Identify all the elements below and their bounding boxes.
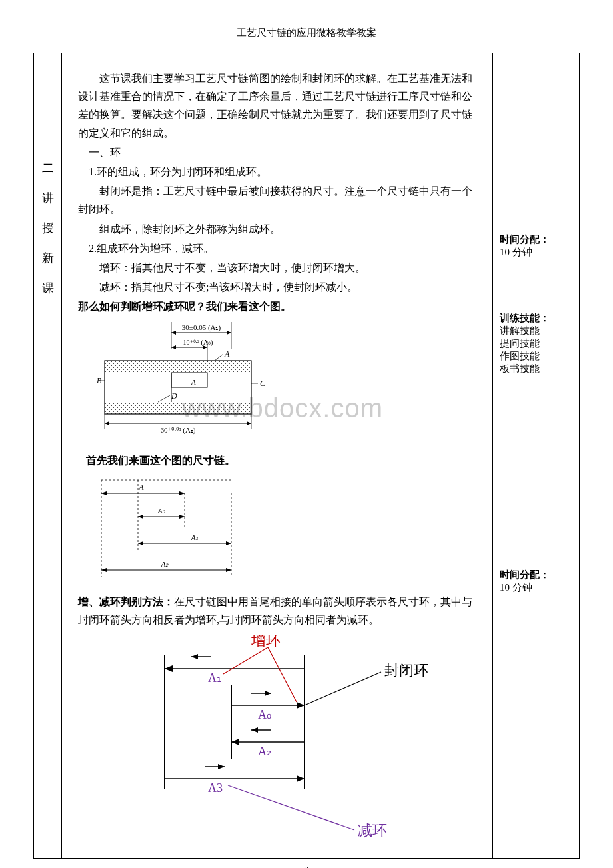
svg-marker-52 — [231, 739, 239, 745]
dim-label: 10⁺⁰·² (A₀) — [183, 339, 213, 347]
svg-marker-1 — [171, 331, 176, 335]
arrow-label-A3: A3 — [208, 781, 223, 795]
content-column: www.bdocx.com 这节课我们主要学习工艺尺寸链简图的绘制和封闭环的求解… — [62, 53, 492, 858]
time-label: 时间分配： — [500, 233, 572, 246]
method-label: 增、减环判别方法： — [78, 596, 174, 607]
arrow-label-A0: A₀ — [258, 708, 271, 721]
svg-rect-12 — [171, 373, 207, 387]
item-1-2a: 增环：指其他尺寸不变，当该环增大时，使封闭环增大。 — [78, 259, 480, 277]
dim-label: 30±0.05 (A₁) — [182, 323, 221, 332]
svg-line-60 — [268, 647, 297, 702]
time-block-1: 时间分配： 10 分钟 — [500, 233, 572, 259]
svg-rect-10 — [105, 361, 251, 373]
time-value: 10 分钟 — [500, 246, 572, 259]
svg-line-62 — [228, 785, 354, 830]
section-char: 讲 — [34, 183, 61, 213]
section-label-column: 二 讲 授 新 课 — [34, 53, 62, 858]
svg-line-59 — [223, 647, 268, 674]
document-title: 工艺尺寸链的应用微格教学教案 — [33, 27, 580, 39]
svg-marker-29 — [101, 491, 107, 495]
svg-marker-6 — [171, 345, 176, 349]
time-block-2: 时间分配： 10 分钟 — [500, 569, 572, 594]
skill-item: 作图技能 — [500, 350, 572, 363]
svg-line-17 — [158, 395, 170, 402]
page-number: 2 — [33, 865, 580, 868]
svg-marker-56 — [297, 775, 305, 782]
main-table: 二 讲 授 新 课 www.bdocx.com 这节课我们主要学习工艺尺寸链简图… — [33, 53, 580, 859]
chain-label: A₁ — [191, 533, 199, 541]
method-paragraph: 增、减环判别方法：在尺寸链图中用首尾相接的单向箭头顺序表示各尺寸环，其中与封闭环… — [78, 593, 480, 629]
svg-marker-19 — [105, 421, 109, 425]
figure-1-mechanical-drawing: 30±0.05 (A₁) 10⁺⁰·² (A₀) — [91, 322, 480, 445]
caption-1: 首先我们来画这个图的尺寸链。 — [86, 451, 480, 469]
arrow-label-A2: A₂ — [258, 745, 271, 758]
skill-item: 提问技能 — [500, 337, 572, 350]
skill-item: 板书技能 — [500, 363, 572, 375]
fig-label-Asub: A — [191, 378, 196, 386]
svg-marker-44 — [165, 665, 173, 672]
dim-label: 60⁺⁰·⁰³ (A₂) — [160, 426, 195, 435]
item-1-2: 2.组成环分为增环，减环。 — [78, 239, 480, 257]
time-value: 10 分钟 — [500, 581, 572, 594]
fengbihuan-label: 封闭环 — [384, 662, 428, 679]
svg-marker-58 — [218, 764, 225, 769]
item-1-1b: 组成环，除封闭环之外都称为组成环。 — [78, 220, 480, 238]
svg-marker-30 — [179, 491, 185, 495]
svg-marker-33 — [179, 515, 185, 519]
svg-line-14 — [215, 354, 223, 361]
section-char: 授 — [34, 213, 61, 243]
svg-marker-38 — [101, 568, 107, 572]
skill-label: 训练技能： — [500, 312, 572, 325]
svg-marker-20 — [247, 421, 251, 425]
svg-marker-35 — [138, 541, 143, 545]
item-1-1: 1.环的组成，环分为封闭环和组成环。 — [78, 163, 480, 181]
fig-label-D: D — [171, 391, 177, 401]
svg-marker-48 — [297, 702, 305, 709]
figure-3-arrow-diagram: A₁ A₀ A₂ A3 增环 — [78, 635, 480, 845]
section-char: 新 — [34, 243, 61, 273]
section-1-title: 一、环 — [78, 143, 480, 161]
svg-marker-50 — [265, 691, 271, 696]
svg-marker-36 — [226, 541, 231, 545]
section-char: 二 — [34, 153, 61, 183]
chain-label: A₂ — [161, 560, 169, 568]
notes-column: 时间分配： 10 分钟 训练技能： 讲解技能 提问技能 作图技能 板书技能 时间… — [492, 53, 579, 858]
chain-label: A — [138, 483, 144, 492]
chain-label: A₀ — [157, 507, 166, 515]
svg-line-61 — [305, 672, 381, 705]
question-text: 那么如何判断增环减环呢？我们来看这个图。 — [78, 297, 480, 315]
arrow-label-A1: A₁ — [208, 671, 221, 685]
svg-marker-46 — [191, 654, 198, 659]
jianhuan-label: 减环 — [358, 822, 387, 839]
intro-paragraph: 这节课我们主要学习工艺尺寸链简图的绘制和封闭环的求解。在工艺基准无法和设计基准重… — [78, 69, 480, 142]
svg-marker-2 — [227, 331, 231, 335]
svg-rect-11 — [105, 402, 251, 414]
fig-label-C: C — [260, 379, 266, 388]
svg-marker-39 — [226, 568, 231, 572]
zenghuan-label: 增环 — [251, 635, 281, 649]
figure-2-dimension-chain: A A₀ A₁ A₂ — [91, 477, 480, 586]
skill-block: 训练技能： 讲解技能 提问技能 作图技能 板书技能 — [500, 312, 572, 375]
time-label: 时间分配： — [500, 569, 572, 581]
section-char: 课 — [34, 273, 61, 303]
item-1-2b: 减环：指其他尺寸不变;当该环增大时，使封闭环减小。 — [78, 278, 480, 296]
skill-item: 讲解技能 — [500, 325, 572, 337]
svg-marker-54 — [251, 727, 258, 733]
fig-label-A: A — [224, 349, 230, 359]
svg-marker-32 — [138, 515, 143, 519]
item-1-1a: 封闭环是指：工艺尺寸链中最后被间接获得的尺寸。注意一个尺寸链中只有一个封闭环。 — [78, 182, 480, 218]
